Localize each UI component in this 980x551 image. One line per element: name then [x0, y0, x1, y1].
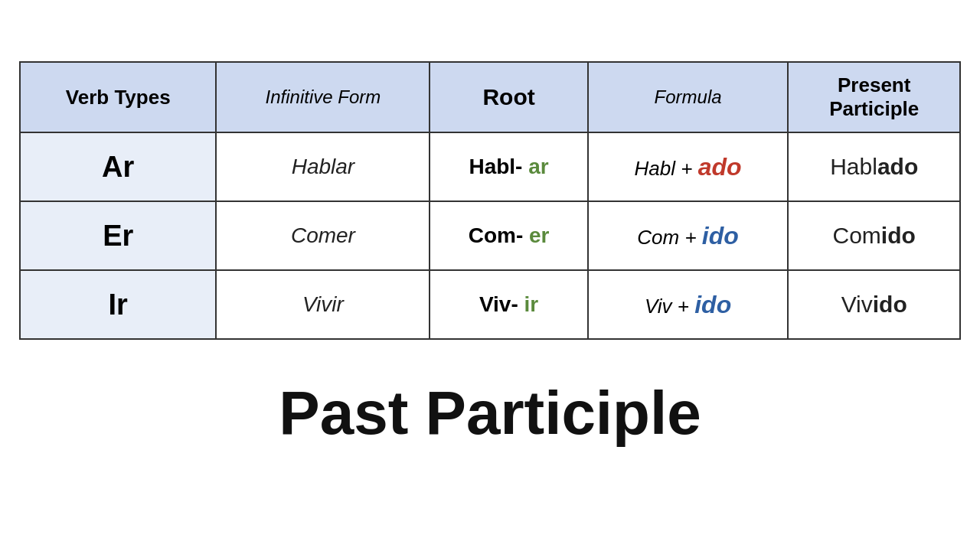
root-hablar: Habl- ar [430, 132, 587, 201]
formula-ir: Viv + ido [588, 270, 789, 339]
root-base-er: Com- [469, 223, 529, 247]
formula-suffix-er: ido [702, 222, 739, 249]
verb-type-ar: Ar [20, 132, 216, 201]
header-present-participle: PresentParticiple [788, 62, 960, 132]
bottom-title: Past Participle [279, 378, 701, 448]
root-comer: Com- er [430, 201, 587, 270]
table-row: Er Comer Com- er Com + ido Comido [20, 201, 960, 270]
root-base-ir: Viv- [479, 292, 524, 316]
root-ending-ir: ir [524, 292, 539, 316]
header-root: Root [430, 62, 587, 132]
participle-ar-text: Hablado [830, 154, 918, 179]
formula-er: Com + ido [588, 201, 789, 270]
formula-suffix-ir: ido [694, 291, 731, 318]
participle-vivido: Vivido [788, 270, 960, 339]
verb-type-er: Er [20, 201, 216, 270]
header-infinitive-form: Infinitive Form [216, 62, 430, 132]
root-ending-er: er [529, 223, 549, 247]
participle-ir-text: Vivido [841, 292, 907, 317]
formula-suffix-ar: ado [698, 153, 742, 181]
table-row: Ir Vivir Viv- ir Viv + ido Vivido [20, 270, 960, 339]
participle-comido: Comido [788, 201, 960, 270]
infinitive-vivir: Vivir [216, 270, 430, 339]
root-base-ar: Habl- [469, 155, 528, 178]
root-ending-ar: ar [528, 155, 548, 178]
formula-base-er: Com + [637, 226, 702, 249]
participle-hablado: Hablado [788, 132, 960, 201]
header-verb-types: Verb Types [20, 62, 216, 132]
root-vivir: Viv- ir [430, 270, 587, 339]
conjugation-table-wrapper: Verb Types Infinitive Form Root Formula … [19, 61, 961, 340]
infinitive-comer: Comer [216, 201, 430, 270]
participle-er-text: Comido [833, 223, 916, 248]
header-formula: Formula [588, 62, 789, 132]
formula-ar: Habl + ado [588, 132, 789, 201]
infinitive-hablar: Hablar [216, 132, 430, 201]
verb-type-ir: Ir [20, 270, 216, 339]
table-row: Ar Hablar Habl- ar Habl + ado Hablado [20, 132, 960, 201]
conjugation-table: Verb Types Infinitive Form Root Formula … [19, 61, 961, 340]
formula-base-ar: Habl + [635, 157, 698, 180]
formula-base-ir: Viv + [645, 295, 694, 318]
